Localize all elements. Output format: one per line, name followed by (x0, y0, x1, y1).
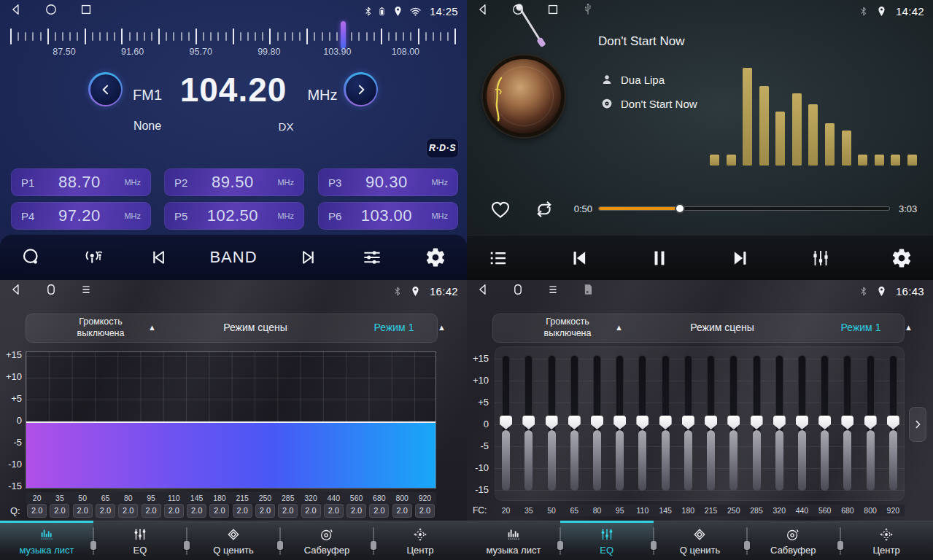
equalizer-lines-button[interactable] (360, 245, 384, 270)
slider-knob[interactable] (887, 416, 899, 429)
volume-status-selector[interactable]: Громкость выключена (523, 316, 612, 339)
eq-band-slider[interactable] (570, 355, 578, 491)
tune-up-button[interactable] (344, 72, 378, 106)
preset-button-p4[interactable]: P497.20MHz (11, 202, 151, 230)
seek-bar[interactable] (598, 206, 890, 211)
skip-previous-outline-button[interactable] (146, 245, 171, 270)
repeat-icon[interactable] (533, 198, 555, 220)
back-nav-button[interactable] (476, 2, 490, 20)
eq-band-slider[interactable] (616, 355, 624, 491)
home-rounded-nav-button[interactable] (44, 282, 58, 300)
slider-knob[interactable] (522, 416, 535, 429)
slider-knob[interactable] (796, 416, 808, 429)
q-value-button[interactable]: 2.0 (301, 504, 321, 518)
q-value-button[interactable]: 2.0 (164, 504, 184, 518)
settings-gear-button[interactable] (423, 245, 448, 270)
q-value-button[interactable]: 2.0 (255, 504, 275, 518)
tab-music-list[interactable]: музыка лист (467, 521, 560, 560)
pause-button[interactable] (647, 246, 672, 271)
scene-mode-value[interactable]: Режим 1 (354, 322, 434, 333)
q-value-button[interactable]: 2.0 (27, 504, 47, 518)
slider-knob[interactable] (773, 416, 786, 429)
eq-band-slider[interactable] (775, 355, 783, 491)
tab-eq-sliders[interactable]: EQ (560, 521, 654, 560)
home-circle-nav-button[interactable] (44, 2, 58, 20)
slider-knob[interactable] (751, 416, 763, 429)
preset-button-p5[interactable]: P5102.50MHz (164, 202, 304, 230)
seek-bar-thumb[interactable] (675, 203, 685, 214)
q-value-button[interactable]: 2.0 (96, 504, 115, 518)
slider-knob[interactable] (659, 416, 672, 429)
recents-square-nav-button[interactable] (546, 2, 560, 20)
slider-knob[interactable] (500, 416, 512, 429)
settings-gear-button[interactable] (889, 246, 914, 271)
tab-subwoofer[interactable]: Сабвуфер (280, 521, 373, 560)
eq-band-slider[interactable] (638, 355, 646, 491)
caret-up-icon[interactable]: ▲ (148, 323, 156, 332)
q-value-button[interactable]: 2.0 (233, 504, 252, 518)
slider-knob[interactable] (727, 416, 740, 429)
eq-band-slider[interactable] (798, 355, 806, 491)
usb-nav-button[interactable] (581, 2, 595, 20)
eq-band-slider[interactable] (867, 355, 875, 491)
eq-curve-plot[interactable] (26, 351, 436, 489)
eq-band-slider[interactable] (593, 355, 601, 491)
menu-nav-button[interactable] (546, 282, 560, 300)
q-value-button[interactable]: 2.0 (187, 504, 206, 518)
tab-q-value[interactable]: Q ценить (654, 521, 747, 560)
tune-down-button[interactable] (88, 72, 123, 106)
eq-band-slider[interactable] (524, 355, 533, 491)
list-button[interactable] (486, 246, 511, 271)
search-button[interactable] (19, 245, 44, 270)
eq-band-slider[interactable] (889, 355, 897, 491)
sd-card-nav-button[interactable] (581, 282, 595, 300)
slider-knob[interactable] (682, 416, 694, 429)
recents-square-nav-button[interactable] (79, 2, 93, 20)
eq-band-slider[interactable] (662, 355, 670, 491)
q-value-button[interactable]: 2.0 (142, 504, 161, 518)
slider-knob[interactable] (546, 416, 558, 429)
tab-subwoofer[interactable]: Сабвуфер (746, 521, 840, 560)
tab-eq-sliders[interactable]: EQ (93, 521, 187, 560)
q-value-button[interactable]: 2.0 (278, 504, 298, 518)
back-nav-button[interactable] (9, 282, 23, 300)
next-bands-button[interactable] (909, 407, 926, 442)
preset-button-p2[interactable]: P289.50MHz (164, 168, 304, 196)
slider-knob[interactable] (705, 416, 717, 429)
slider-knob[interactable] (591, 416, 603, 429)
eq-band-slider[interactable] (707, 355, 715, 491)
home-circle-nav-button[interactable] (511, 2, 525, 20)
eq-band-slider[interactable] (821, 355, 829, 491)
slider-knob[interactable] (818, 416, 831, 429)
volume-status-selector[interactable]: Громкость выключена (56, 316, 145, 339)
skip-next-filled-button[interactable] (728, 246, 753, 271)
back-nav-button[interactable] (476, 282, 490, 300)
band-button[interactable]: BAND (209, 248, 257, 267)
slider-knob[interactable] (636, 416, 649, 429)
preset-button-p6[interactable]: P6103.00MHz (318, 202, 458, 230)
tab-music-list[interactable]: музыка лист (0, 521, 93, 560)
q-value-button[interactable]: 2.0 (347, 504, 366, 518)
q-value-button[interactable]: 2.0 (369, 504, 389, 518)
q-value-button[interactable]: 2.0 (392, 504, 412, 518)
eq-band-slider[interactable] (753, 355, 761, 491)
home-rounded-nav-button[interactable] (511, 282, 525, 300)
tab-q-value[interactable]: Q ценить (187, 521, 280, 560)
tab-center[interactable]: Центр (373, 521, 467, 560)
eq-band-slider[interactable] (729, 355, 738, 491)
q-value-button[interactable]: 2.0 (118, 504, 138, 518)
favorite-heart-icon[interactable] (489, 198, 511, 220)
eq-band-slider[interactable] (502, 355, 510, 491)
slider-knob[interactable] (613, 416, 626, 429)
faders-vertical-button[interactable] (808, 246, 833, 271)
skip-previous-filled-button[interactable] (567, 246, 592, 271)
caret-up-icon[interactable]: ▲ (615, 323, 623, 332)
back-nav-button[interactable] (9, 2, 23, 20)
eq-band-slider[interactable] (684, 355, 692, 491)
broadcast-button[interactable] (82, 245, 107, 270)
q-value-button[interactable]: 2.0 (50, 504, 69, 518)
caret-up-icon[interactable]: ▲ (438, 323, 446, 332)
eq-band-slider[interactable] (843, 355, 851, 491)
slider-knob[interactable] (864, 416, 877, 429)
slider-knob[interactable] (841, 416, 853, 429)
